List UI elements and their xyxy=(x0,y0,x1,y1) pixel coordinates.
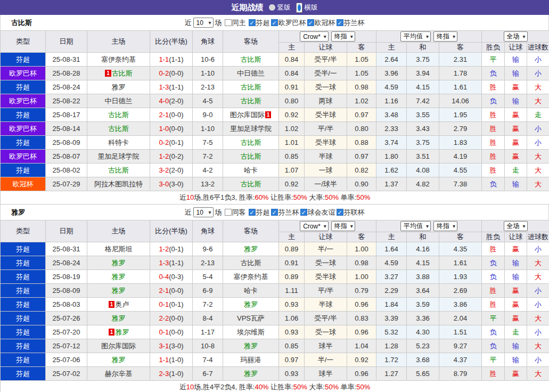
league-checkbox[interactable]: 芬兰杯 xyxy=(271,208,299,217)
score-cell: 2-3(1-0) xyxy=(150,367,193,381)
result-goals: 小 xyxy=(527,122,549,136)
avg-home: 1.37 xyxy=(376,177,407,191)
same-venue-checkbox[interactable]: 同主 xyxy=(225,18,246,28)
result-wdl: 负 xyxy=(482,270,505,284)
league-checkbox[interactable]: 芬超 xyxy=(249,18,270,28)
checkbox-icon xyxy=(271,19,278,26)
odds-home: 0.93 xyxy=(279,367,305,381)
result-label: 小 xyxy=(535,245,542,253)
result-handicap: 输 xyxy=(505,67,527,80)
odds-handicap: 一/球半 xyxy=(305,177,347,191)
fulltime-score: 1-1 xyxy=(159,55,169,63)
result-wdl: 胜 xyxy=(482,80,505,94)
summary-part: 50% xyxy=(356,193,370,201)
odds-away: 0.97 xyxy=(347,108,376,122)
rounds-select[interactable]: 10▾ xyxy=(193,18,214,28)
odds-stage-select-1[interactable]: 终指▾ xyxy=(331,221,355,231)
bookmaker-select[interactable]: Crow*▾ xyxy=(300,31,329,42)
checkbox-icon xyxy=(337,19,343,26)
col-score: 比分(半场) xyxy=(150,220,193,242)
col-result-wdl: 胜负 xyxy=(482,232,505,242)
col-away: 客场 xyxy=(223,220,279,242)
away-team: 古比斯 xyxy=(223,177,279,191)
bookmaker-select[interactable]: Crow*▾ xyxy=(300,221,329,231)
result-wdl: 胜 xyxy=(482,136,505,150)
fulltime-score: 0-1 xyxy=(159,300,169,308)
avg-away: 4.19 xyxy=(439,150,482,164)
fulltime-score: 0-4 xyxy=(159,273,169,281)
summary-part: 场,胜6平1负3, 胜率: xyxy=(194,193,255,201)
team-label: 雅罗 xyxy=(244,245,258,253)
match-row: 芬超25-08-031奥卢0-1(0-1)7-2雅罗0.93半球0.961.84… xyxy=(1,298,549,312)
summary-part: 近 xyxy=(179,193,186,201)
avg-draw: 3.59 xyxy=(407,298,439,312)
league-checkbox[interactable]: 芬超 xyxy=(249,208,270,217)
team-label: 雅罗 xyxy=(244,300,258,308)
odds-away: 1.05 xyxy=(347,53,376,67)
league-checkbox[interactable]: 欧罗巴杯 xyxy=(271,18,306,28)
result-label: 大 xyxy=(535,166,542,174)
league-checkbox[interactable]: 芬兰杯 xyxy=(337,18,365,28)
odds-handicap: 受半球 xyxy=(305,270,347,284)
summary-part: 大率: xyxy=(307,383,325,391)
filters: 近 10▾ 场 同主 芬超欧罗巴杯欧冠杯芬兰杯 xyxy=(185,18,365,28)
away-team: 哈卡 xyxy=(223,164,279,177)
avg-draw: 3.75 xyxy=(407,136,439,150)
result-label: 输 xyxy=(512,180,519,188)
odds-group-header: Crow*▾ 终指▾ xyxy=(279,31,376,43)
radio-unselected-icon xyxy=(269,4,275,11)
odds-home: 1.11 xyxy=(279,284,305,298)
team-section: 古比斯 近 10▾ 场 同主 芬超欧罗巴杯欧冠杯芬兰杯 类型 日期 主场 xyxy=(0,15,549,205)
odds-handicap: 两球 xyxy=(305,94,347,108)
result-label: 赢 xyxy=(512,111,519,119)
league-badge: 芬超 xyxy=(1,298,46,312)
league-checkbox[interactable]: 芬联杯 xyxy=(337,208,365,217)
fulltime-score: 2-3 xyxy=(159,370,169,378)
league-checkbox[interactable]: 球会友谊 xyxy=(300,208,335,217)
odds-home: 1.06 xyxy=(279,312,305,325)
halftime-score: (0-2) xyxy=(169,152,183,160)
same-venue-checkbox[interactable]: 同客 xyxy=(225,208,246,217)
odds-home: 0.89 xyxy=(279,242,305,256)
away-team: 古比斯 xyxy=(223,94,279,108)
layout-radio-vertical[interactable]: 竖版 xyxy=(269,3,291,12)
scope-select[interactable]: 全场▾ xyxy=(504,31,528,42)
corners: 6-7 xyxy=(193,367,223,381)
average-select[interactable]: 平均值▾ xyxy=(400,31,431,42)
halftime-score: (0-0) xyxy=(169,328,183,336)
score-cell: 1-0(0-0) xyxy=(150,122,193,136)
layout-radio-horizontal[interactable]: 横版 xyxy=(296,3,318,13)
layout-horizontal-label: 横版 xyxy=(305,3,318,12)
league-badge: 芬超 xyxy=(1,108,46,122)
odds-stage-select-2[interactable]: 终指▾ xyxy=(433,31,457,42)
away-team: 古比斯 xyxy=(223,53,279,67)
result-label: 大 xyxy=(535,273,542,281)
result-label: 赢 xyxy=(512,370,519,378)
fulltime-score: 2-2 xyxy=(159,314,169,322)
corners: 1-10 xyxy=(193,122,223,136)
match-rows: 芬超25-08-31格尼斯坦1-2(0-1)9-6雅罗0.89半/一1.001.… xyxy=(1,242,549,381)
chevron-down-icon: ▾ xyxy=(350,223,353,229)
league-badge: 芬超 xyxy=(1,325,46,339)
team-label: 古比斯 xyxy=(241,259,261,267)
result-wdl: 胜 xyxy=(482,367,505,381)
match-date: 25-07-20 xyxy=(46,325,87,339)
match-date: 25-08-24 xyxy=(46,80,87,94)
result-goals: 大 xyxy=(527,80,549,94)
avg-draw: 4.30 xyxy=(407,325,439,339)
match-date: 25-08-22 xyxy=(46,94,87,108)
avg-home: 3.48 xyxy=(376,108,407,122)
avg-draw: 4.16 xyxy=(407,242,439,256)
odds-away: 0.83 xyxy=(347,312,376,325)
rounds-select[interactable]: 10▾ xyxy=(193,207,214,217)
result-label: 负 xyxy=(490,342,497,350)
league-checkbox[interactable]: 欧冠杯 xyxy=(307,18,335,28)
odds-stage-select-2[interactable]: 终指▾ xyxy=(433,221,457,231)
col-result-handicap: 让球 xyxy=(505,232,527,242)
average-select[interactable]: 平均值▾ xyxy=(400,221,431,231)
result-handicap: 输 xyxy=(505,53,527,67)
odds-away: 0.97 xyxy=(347,150,376,164)
scope-select[interactable]: 全场▾ xyxy=(504,221,528,231)
fulltime-score: 1-1 xyxy=(159,356,169,364)
odds-stage-select-1[interactable]: 终指▾ xyxy=(331,31,355,42)
